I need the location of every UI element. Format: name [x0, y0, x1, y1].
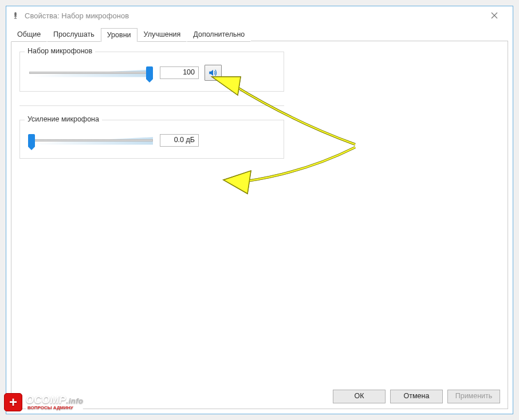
mic-boost-group: Усиление микрофона 0.0 дБ: [19, 120, 284, 159]
microphone-icon: [11, 11, 20, 20]
properties-dialog: Свойства: Набор микрофонов Общие Прослуш…: [6, 6, 513, 414]
speaker-icon: [208, 68, 218, 78]
close-icon: [491, 12, 498, 19]
window-title: Свойства: Набор микрофонов: [25, 11, 129, 20]
tab-enhancements[interactable]: Улучшения: [137, 28, 187, 42]
mic-boost-slider-thumb[interactable]: [28, 134, 35, 147]
tab-levels[interactable]: Уровни: [101, 28, 137, 42]
close-button[interactable]: [482, 7, 507, 23]
tab-advanced[interactable]: Дополнительно: [187, 28, 251, 42]
tab-strip: Общие Прослушать Уровни Улучшения Дополн…: [11, 27, 508, 41]
mic-boost-slider[interactable]: [28, 133, 154, 148]
apply-button: Применить: [447, 390, 500, 403]
mute-button[interactable]: [205, 65, 222, 81]
ok-button[interactable]: ОК: [333, 390, 386, 403]
svg-rect-0: [14, 12, 17, 16]
tab-general[interactable]: Общие: [11, 28, 47, 42]
mic-boost-legend: Усиление микрофона: [25, 115, 102, 123]
levels-tab-page: Набор микрофонов 100: [11, 41, 508, 409]
titlebar: Свойства: Набор микрофонов: [6, 6, 513, 25]
mic-boost-value[interactable]: 0.0 дБ: [160, 134, 199, 147]
svg-rect-3: [14, 18, 17, 19]
mic-array-slider[interactable]: [28, 65, 154, 80]
tab-listen[interactable]: Прослушать: [47, 28, 101, 42]
mic-array-value[interactable]: 100: [160, 66, 199, 79]
mic-array-legend: Набор микрофонов: [25, 47, 95, 55]
cancel-button[interactable]: Отмена: [390, 390, 443, 403]
separator: [19, 105, 284, 106]
svg-marker-7: [223, 171, 251, 194]
dialog-buttons: ОК Отмена Применить: [333, 390, 500, 403]
mic-array-group: Набор микрофонов 100: [19, 52, 284, 92]
mic-array-slider-thumb[interactable]: [146, 66, 153, 79]
svg-rect-2: [15, 17, 15, 18]
